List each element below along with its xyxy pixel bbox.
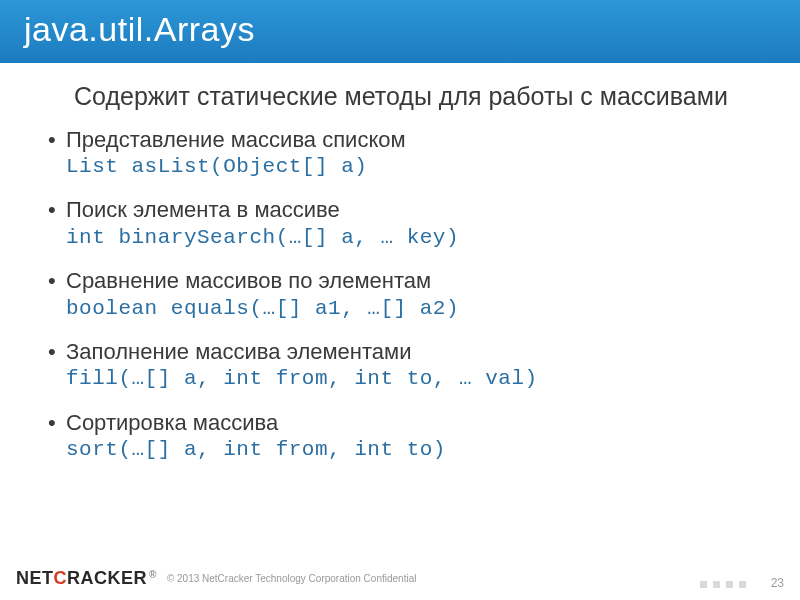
- dot-icon: [726, 581, 733, 588]
- slide-title-bar: java.util.Arrays: [0, 0, 800, 63]
- list-item: Заполнение массива элементами fill(…[] a…: [48, 338, 760, 393]
- page-number: 23: [771, 576, 784, 590]
- bullet-list: Представление массива списком List asLis…: [48, 126, 760, 464]
- dot-icon: [739, 581, 746, 588]
- bullet-text: Поиск элемента в массиве: [66, 197, 340, 222]
- bullet-text: Заполнение массива элементами: [66, 339, 411, 364]
- slide-title: java.util.Arrays: [24, 10, 255, 48]
- bullet-code: int binarySearch(…[] a, … key): [66, 224, 760, 251]
- bullet-code: List asList(Object[] a): [66, 153, 760, 180]
- bullet-code: boolean equals(…[] a1, …[] a2): [66, 295, 760, 322]
- logo-net: NET: [16, 568, 54, 589]
- logo-racker: RACKER: [67, 568, 147, 589]
- bullet-text: Сортировка массива: [66, 410, 278, 435]
- logo-reg: ®: [149, 569, 157, 580]
- dot-icon: [713, 581, 720, 588]
- list-item: Сравнение массивов по элементам boolean …: [48, 267, 760, 322]
- bullet-text: Сравнение массивов по элементам: [66, 268, 431, 293]
- slide-content: Содержит статические методы для работы с…: [0, 63, 800, 463]
- list-item: Поиск элемента в массиве int binarySearc…: [48, 196, 760, 251]
- list-item: Сортировка массива sort(…[] a, int from,…: [48, 409, 760, 464]
- copyright-text: © 2013 NetCracker Technology Corporation…: [167, 573, 417, 584]
- slide-footer: NETCRACKER® © 2013 NetCracker Technology…: [0, 564, 800, 592]
- dot-icon: [700, 581, 707, 588]
- bullet-text: Представление массива списком: [66, 127, 406, 152]
- list-item: Представление массива списком List asLis…: [48, 126, 760, 181]
- bullet-code: fill(…[] a, int from, int to, … val): [66, 365, 760, 392]
- logo-c: C: [54, 568, 68, 589]
- intro-text: Содержит статические методы для работы с…: [48, 81, 760, 112]
- logo: NETCRACKER®: [16, 568, 157, 589]
- slide: java.util.Arrays Содержит статические ме…: [0, 0, 800, 600]
- bullet-code: sort(…[] a, int from, int to): [66, 436, 760, 463]
- decor-dots: [700, 581, 746, 588]
